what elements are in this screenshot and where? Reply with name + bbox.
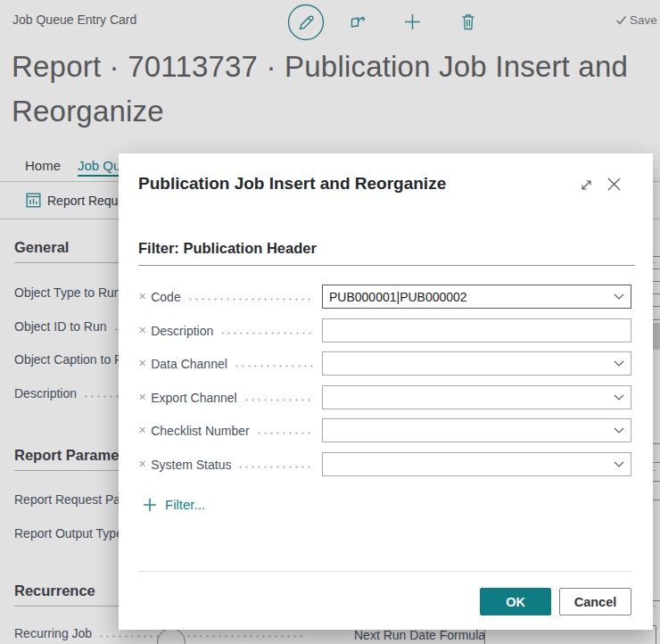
description-filter-input[interactable]	[322, 318, 631, 343]
filter-field-label: Export Channel	[151, 391, 237, 405]
filter-field-label: Code	[151, 290, 180, 304]
filter-dialog: Publication Job Insert and Reorganize Fi…	[119, 153, 653, 630]
add-filter-label: Filter...	[165, 497, 205, 512]
data-channel-filter-input[interactable]	[322, 351, 631, 376]
add-filter-button[interactable]: Filter...	[143, 497, 205, 512]
dotted-leader	[234, 365, 313, 367]
data-channel-filter-combobox[interactable]	[322, 351, 631, 376]
filter-row-data-channel: ✕ Data Channel	[138, 351, 631, 376]
expand-dialog-button[interactable]	[579, 178, 594, 196]
remove-filter-icon[interactable]: ✕	[138, 425, 146, 435]
remove-filter-icon[interactable]: ✕	[138, 459, 146, 469]
plus-icon	[143, 498, 157, 512]
description-filter-field[interactable]	[322, 318, 631, 343]
export-channel-filter-combobox[interactable]	[322, 385, 631, 409]
remove-filter-icon[interactable]: ✕	[138, 392, 146, 402]
system-status-filter-input[interactable]	[322, 452, 631, 476]
code-filter-input[interactable]	[322, 285, 631, 309]
filter-row-code: ✕ Code	[138, 285, 631, 309]
close-dialog-button[interactable]	[606, 176, 623, 196]
system-status-filter-combobox[interactable]	[322, 452, 631, 476]
filter-field-label: System Status	[151, 458, 231, 472]
filter-group-heading: Filter: Publication Header	[138, 240, 635, 266]
filter-field-label: Data Channel	[151, 357, 227, 371]
screen: Job Queue Entry Card	[0, 0, 660, 644]
dotted-leader	[237, 466, 313, 468]
checklist-number-filter-combobox[interactable]	[322, 418, 631, 442]
filter-row-description: ✕ Description	[138, 318, 631, 343]
dialog-footer-divider	[138, 571, 631, 572]
dialog-title: Publication Job Insert and Reorganize	[138, 174, 446, 194]
filter-row-checklist-number: ✕ Checklist Number	[138, 418, 631, 442]
dotted-leader	[187, 298, 313, 301]
filter-field-label: Checklist Number	[151, 424, 249, 438]
remove-filter-icon[interactable]: ✕	[138, 326, 146, 335]
cancel-button[interactable]: Cancel	[559, 588, 631, 615]
code-filter-combobox[interactable]	[322, 285, 631, 309]
filter-row-system-status: ✕ System Status	[138, 452, 631, 476]
filter-field-label: Description	[151, 324, 213, 338]
dotted-leader	[256, 432, 313, 434]
filter-row-export-channel: ✕ Export Channel	[138, 385, 631, 409]
expand-icon	[579, 178, 594, 193]
close-icon	[606, 176, 623, 193]
remove-filter-icon[interactable]: ✕	[138, 359, 146, 368]
ok-button[interactable]: OK	[480, 588, 551, 615]
checklist-number-filter-input[interactable]	[322, 418, 631, 442]
remove-filter-icon[interactable]: ✕	[138, 292, 146, 301]
export-channel-filter-input[interactable]	[322, 385, 631, 409]
dotted-leader	[243, 399, 313, 401]
dotted-leader	[219, 332, 313, 334]
